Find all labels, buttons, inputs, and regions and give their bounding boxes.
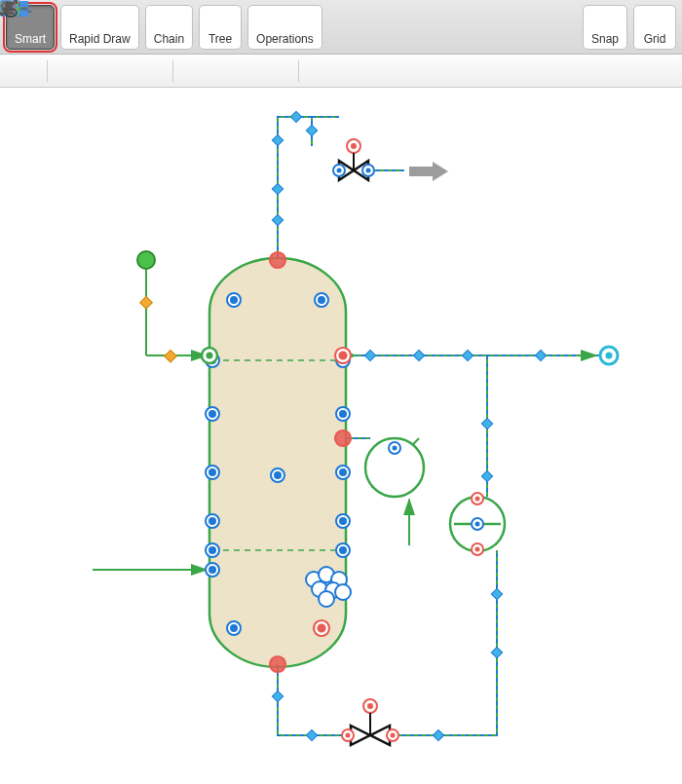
svg-rect-73 (272, 134, 283, 145)
svg-rect-33 (9, 1, 15, 7)
svg-point-126 (270, 252, 285, 268)
pump-2[interactable] (450, 493, 505, 555)
svg-point-68 (475, 547, 480, 552)
divider (47, 60, 48, 82)
svg-point-45 (351, 143, 357, 149)
divider (172, 60, 173, 82)
svg-point-112 (231, 625, 237, 631)
svg-rect-69 (409, 167, 433, 176)
stamp-tool[interactable] (602, 58, 637, 84)
tree-label: Tree (208, 30, 232, 48)
arrow-tool[interactable] (6, 58, 41, 84)
svg-point-124 (319, 591, 334, 607)
svg-text:⌄: ⌄ (25, 4, 33, 15)
source-dot (137, 251, 155, 269)
svg-point-52 (367, 703, 373, 709)
svg-rect-78 (462, 350, 473, 360)
svg-rect-85 (491, 647, 502, 657)
remove-point-tool[interactable]: × (257, 58, 292, 84)
svg-point-127 (270, 656, 285, 672)
svg-point-64 (475, 522, 480, 527)
main-toolbar: Smart Rapid Draw Chain Tree ⌄ Operations… (0, 0, 682, 55)
svg-rect-82 (272, 691, 283, 701)
operations-button[interactable]: ⌄ Operations (247, 5, 322, 50)
svg-point-98 (209, 411, 215, 417)
svg-marker-70 (433, 162, 448, 181)
svg-point-110 (209, 567, 215, 573)
svg-rect-72 (272, 183, 283, 194)
svg-point-108 (340, 518, 346, 524)
bottom-valve[interactable] (342, 699, 398, 745)
svg-point-55 (346, 733, 351, 738)
svg-point-66 (475, 497, 480, 502)
svg-point-92 (319, 297, 324, 303)
svg-point-106 (209, 518, 215, 524)
svg-point-134 (207, 353, 213, 359)
top-valve[interactable] (333, 139, 374, 180)
snap-label: Snap (591, 30, 619, 48)
pan-tool[interactable] (563, 58, 598, 84)
svg-rect-76 (364, 350, 375, 360)
svg-rect-77 (413, 350, 424, 360)
line-tool[interactable] (54, 58, 89, 84)
svg-rect-74 (306, 125, 317, 135)
svg-rect-84 (433, 729, 443, 740)
pen-tool[interactable] (132, 58, 167, 84)
svg-point-130 (319, 625, 325, 632)
eyedropper-tool[interactable] (641, 58, 676, 84)
svg-point-50 (366, 168, 371, 173)
diagram-canvas[interactable] (0, 88, 682, 784)
svg-point-125 (335, 584, 351, 600)
svg-point-104 (340, 469, 346, 475)
svg-point-57 (391, 733, 396, 738)
rapid-draw-button[interactable]: Rapid Draw (60, 5, 139, 50)
svg-rect-75 (290, 111, 301, 122)
svg-rect-86 (491, 588, 502, 599)
svg-point-135 (606, 353, 613, 359)
svg-point-116 (209, 547, 215, 553)
svg-rect-80 (481, 418, 492, 429)
svg-point-118 (340, 547, 346, 553)
svg-point-128 (335, 430, 351, 446)
svg-rect-71 (272, 214, 283, 225)
svg-rect-81 (481, 470, 492, 481)
svg-rect-87 (140, 296, 153, 309)
output-arrow[interactable] (409, 162, 448, 181)
operations-label: Operations (256, 30, 314, 48)
smart-label: Smart (15, 30, 46, 48)
library-tool[interactable] (305, 58, 340, 84)
rapid-draw-label: Rapid Draw (69, 30, 131, 48)
svg-point-132 (340, 353, 347, 359)
snap-button[interactable]: Snap (583, 5, 627, 50)
svg-rect-83 (306, 729, 317, 740)
divider (298, 60, 299, 82)
chain-button[interactable]: Chain (145, 5, 193, 50)
chain-label: Chain (154, 30, 184, 48)
svg-point-90 (231, 297, 237, 303)
zoom-tool[interactable] (524, 58, 559, 84)
sub-toolbar: + × (0, 55, 682, 88)
svg-point-48 (337, 168, 342, 173)
svg-point-102 (209, 469, 215, 475)
svg-point-114 (275, 472, 281, 478)
edit-points-tool[interactable] (179, 58, 214, 84)
diagram-svg (0, 88, 682, 784)
svg-rect-79 (535, 350, 546, 360)
pump-1[interactable] (365, 438, 424, 497)
tree-button[interactable]: Tree (199, 5, 242, 50)
curve-tool[interactable] (93, 58, 128, 84)
svg-point-100 (340, 411, 346, 417)
grid-button[interactable]: Grid (633, 5, 676, 50)
svg-point-60 (393, 446, 398, 451)
grid-label: Grid (644, 30, 666, 48)
add-point-tool[interactable]: + (218, 58, 253, 84)
svg-rect-88 (165, 350, 177, 362)
